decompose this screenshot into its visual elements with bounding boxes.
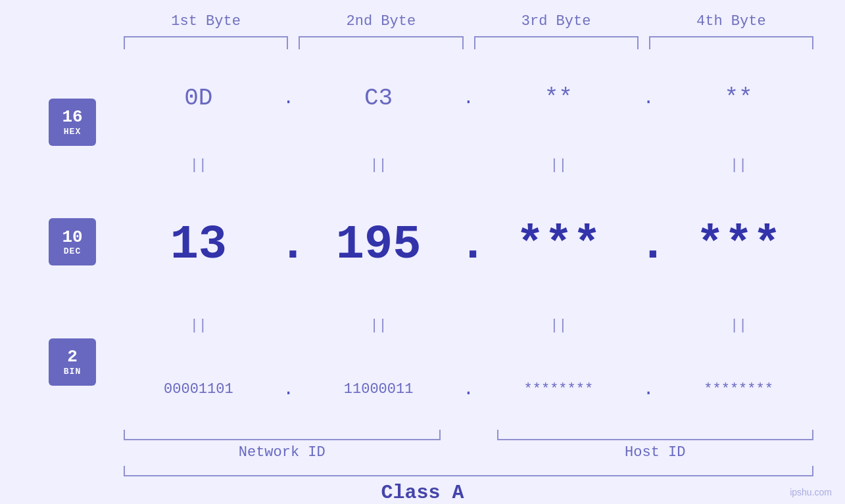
top-brackets xyxy=(26,36,819,49)
hex-row: 0D . C3 . ** . ** xyxy=(118,85,819,112)
hex-badge-label: HEX xyxy=(64,127,81,137)
dec-dot1: . xyxy=(279,218,299,272)
hex-badge: 16 HEX xyxy=(49,99,96,146)
byte3-header: 3rd Byte xyxy=(469,13,644,36)
hex-dot1: . xyxy=(279,88,299,108)
eq1-b3: || xyxy=(479,157,639,173)
badges-column: 16 HEX 10 DEC 2 BIN xyxy=(26,56,118,428)
bin-badge-num: 2 xyxy=(67,348,78,367)
byte4-header: 4th Byte xyxy=(644,13,819,36)
id-labels-row: Network ID Host ID xyxy=(26,444,819,461)
eq1-b4: || xyxy=(658,157,819,173)
bin-row: 00001101 . 11000011 . ******** . *******… xyxy=(118,379,819,400)
bin-badge: 2 BIN xyxy=(49,338,96,386)
eq1-b1: || xyxy=(118,157,279,173)
dec-b3: *** xyxy=(479,218,639,272)
bracket-b2 xyxy=(299,36,463,49)
outer-bracket xyxy=(124,466,813,476)
watermark: ipshu.com xyxy=(790,487,832,497)
bracket-spacer xyxy=(446,430,492,440)
content-area: 16 HEX 10 DEC 2 BIN 0D . C3 xyxy=(26,56,819,428)
hex-badge-num: 16 xyxy=(62,108,82,127)
eq2-b4: || xyxy=(658,317,819,334)
bin-badge-label: BIN xyxy=(64,367,81,377)
bin-dot1: . xyxy=(279,379,299,400)
outer-bracket-row xyxy=(26,466,819,476)
eq1-b2: || xyxy=(299,157,459,173)
dec-b4: *** xyxy=(658,218,819,272)
bin-dot2: . xyxy=(459,379,479,400)
values-grid: 0D . C3 . ** . ** || || xyxy=(118,56,819,428)
hex-b4: ** xyxy=(658,85,819,112)
hex-b3: ** xyxy=(479,85,639,112)
dec-dot3: . xyxy=(639,218,658,272)
hex-dot2: . xyxy=(459,88,479,108)
eq2-b1: || xyxy=(118,317,279,334)
bottom-bracket-row xyxy=(26,430,819,440)
dec-row: 13 . 195 . *** . *** xyxy=(118,218,819,272)
byte-headers: 1st Byte 2nd Byte 3rd Byte 4th Byte xyxy=(26,13,819,36)
network-bracket-wrap xyxy=(118,430,446,440)
hex-b1: 0D xyxy=(118,85,279,112)
bin-b2: 11000011 xyxy=(299,381,459,398)
hex-b2: C3 xyxy=(299,85,459,112)
bracket-b4 xyxy=(649,36,813,49)
bracket-b3 xyxy=(474,36,639,49)
bin-dot3: . xyxy=(639,379,658,400)
host-id-label: Host ID xyxy=(492,444,819,461)
dec-badge: 10 DEC xyxy=(49,218,96,265)
byte1-header: 1st Byte xyxy=(118,13,293,36)
bin-b3: ******** xyxy=(479,381,639,398)
host-bracket-wrap xyxy=(492,430,819,440)
class-label: Class A xyxy=(26,482,819,504)
hex-dot3: . xyxy=(639,88,658,108)
network-id-label: Network ID xyxy=(118,444,446,461)
eq2-b2: || xyxy=(299,317,459,334)
bin-b4: ******** xyxy=(658,381,819,398)
dec-b2: 195 xyxy=(299,218,459,272)
dec-badge-label: DEC xyxy=(64,246,81,256)
eq2-b3: || xyxy=(479,317,639,334)
dec-b1: 13 xyxy=(118,218,279,272)
dec-badge-num: 10 xyxy=(62,228,82,247)
bracket-b1 xyxy=(124,36,288,49)
byte2-header: 2nd Byte xyxy=(293,13,468,36)
eq-row-2: || || || || xyxy=(118,317,819,334)
bin-b1: 00001101 xyxy=(118,381,279,398)
network-bracket xyxy=(124,430,441,440)
eq-row-1: || || || || xyxy=(118,157,819,173)
main-container: 1st Byte 2nd Byte 3rd Byte 4th Byte 16 H… xyxy=(0,0,845,504)
dec-dot2: . xyxy=(459,218,479,272)
host-bracket xyxy=(497,430,814,440)
